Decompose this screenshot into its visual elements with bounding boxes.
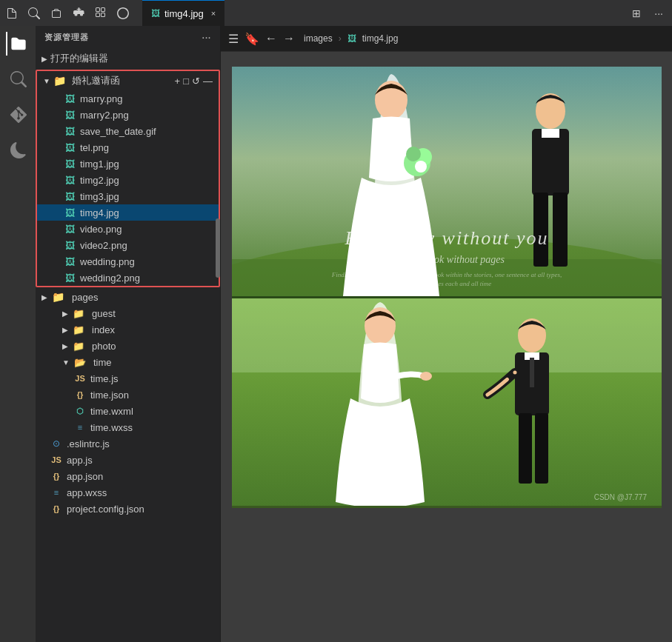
new-file-icon[interactable]	[6, 7, 18, 19]
time-label: time	[93, 357, 112, 368]
main-layout: 资源管理器 ··· ▶ 打开的编辑器 ▼ 📁 婚礼邀请函 + □ ↺	[0, 26, 672, 642]
svg-text:appearing lines each and all t: appearing lines each and all time	[402, 280, 491, 287]
svg-rect-4	[532, 129, 569, 195]
app-json-icon: {}	[50, 470, 62, 482]
titlebar: 🖼 timg4.jpg × ⊞ ···	[0, 0, 672, 26]
image-file-icon: 🖼	[64, 93, 76, 104]
time-folder-icon: 📂	[74, 357, 86, 368]
svg-text:is like a book without pages: is like a book without pages	[389, 254, 505, 265]
pages-folder[interactable]: ▶ 📁 pages	[36, 289, 220, 305]
more-actions-button[interactable]: ···	[651, 7, 666, 19]
image-file-icon: 🖼	[64, 272, 76, 284]
collapse-icon[interactable]: —	[203, 76, 213, 87]
file-app-js[interactable]: JS app.js	[36, 452, 220, 468]
file-time-js[interactable]: JS time.js	[36, 370, 220, 387]
photo-bottom: CSDN @J7.777	[232, 298, 662, 508]
image-container: Every day without you is like a book wit…	[221, 52, 672, 642]
pages-folder-icon: 📁	[52, 291, 64, 303]
image-file-icon: 🖼	[64, 207, 76, 218]
photo-folder-icon: 📁	[73, 341, 84, 352]
folder-time[interactable]: ▼ 📂 time	[36, 354, 220, 370]
image-file-icon: 🖼	[64, 223, 76, 235]
sidebar-title: 资源管理器	[44, 32, 89, 43]
sidebar-scrollbar[interactable]	[216, 218, 220, 278]
file-time-json[interactable]: {} time.json	[36, 387, 220, 403]
sidebar: 资源管理器 ··· ▶ 打开的编辑器 ▼ 📁 婚礼邀请函 + □ ↺	[36, 26, 221, 642]
split-editor-button[interactable]: ⊞	[629, 7, 644, 19]
project-folder[interactable]: ▼ 📁 婚礼邀请函 + □ ↺ —	[37, 71, 219, 90]
file-wedding-png[interactable]: 🖼 wedding.png	[37, 253, 219, 270]
js-file-icon: JS	[74, 372, 86, 384]
open-editors-section[interactable]: ▶ 打开的编辑器	[36, 49, 220, 68]
file-project-config[interactable]: {} project.config.json	[36, 501, 220, 517]
project-icons: + □ ↺ —	[175, 76, 213, 87]
photo-top: Every day without you is like a book wit…	[232, 67, 662, 298]
file-time-wxss[interactable]: ≡ time.wxss	[36, 419, 220, 435]
debug-icon[interactable]	[6, 138, 30, 162]
source-control-icon[interactable]	[50, 7, 62, 19]
layout-icon[interactable]	[95, 7, 107, 19]
forward-button[interactable]: →	[283, 32, 295, 45]
refresh-icon[interactable]: ↺	[192, 76, 200, 87]
file-time-wxml[interactable]: ⬡ time.wxml	[36, 403, 220, 419]
gif-file-icon: 🖼	[64, 125, 76, 137]
search-icon[interactable]	[28, 7, 40, 19]
breadcrumb-file: timg4.jpg	[362, 33, 399, 44]
svg-rect-24	[535, 413, 548, 484]
list-icon[interactable]: ☰	[228, 32, 239, 46]
file-tel-png[interactable]: 🖼 tel.png	[37, 139, 219, 156]
file-wedding2-png[interactable]: 🖼 wedding2.png	[37, 270, 219, 286]
editor-area: ☰ 🔖 ← → images › 🖼 timg4.jpg	[221, 26, 672, 642]
image-file-icon: 🖼	[64, 239, 76, 251]
file-marry2-png[interactable]: 🖼 marry2.png	[37, 107, 219, 123]
breadcrumb-images[interactable]: images	[304, 33, 333, 44]
file-video-png[interactable]: 🖼 video.png	[37, 221, 219, 237]
open-editors-label: 打开的编辑器	[50, 52, 108, 65]
explorer-icon[interactable]	[6, 32, 30, 56]
folder-index[interactable]: ▶ 📁 index	[36, 321, 220, 338]
tab-label: timg4.jpg	[164, 8, 204, 19]
svg-rect-23	[519, 413, 532, 484]
svg-text:Every day without you: Every day without you	[344, 227, 548, 249]
activity-bar	[0, 26, 36, 642]
sidebar-more-icon[interactable]: ···	[202, 33, 211, 42]
svg-point-26	[420, 372, 432, 381]
file-marry-png[interactable]: 🖼 marry.png	[37, 90, 219, 107]
file-timg4-jpg[interactable]: 🖼 timg4.jpg	[37, 204, 219, 221]
git-icon[interactable]	[6, 103, 30, 127]
file-app-json[interactable]: {} app.json	[36, 468, 220, 484]
folder-guest[interactable]: ▶ 📁 guest	[36, 305, 220, 321]
search-activity-icon[interactable]	[6, 67, 30, 91]
new-file-icon[interactable]: +	[175, 76, 181, 87]
svg-rect-18	[232, 298, 662, 372]
file-video2-png[interactable]: 🖼 video2.png	[37, 237, 219, 253]
wxss-file-icon: ≡	[74, 421, 86, 433]
extensions-icon[interactable]	[73, 7, 84, 19]
time-chevron: ▼	[62, 358, 70, 367]
file-eslintrc[interactable]: ⊙ .eslintrc.js	[36, 435, 220, 452]
file-timg2-jpg[interactable]: 🖼 timg2.jpg	[37, 172, 219, 188]
sidebar-header: 资源管理器 ···	[36, 26, 220, 49]
file-tree: ▶ 打开的编辑器 ▼ 📁 婚礼邀请函 + □ ↺ —	[36, 49, 220, 642]
guest-label: guest	[92, 308, 116, 319]
guest-folder-icon: 📁	[73, 308, 84, 319]
back-button[interactable]: ←	[265, 32, 277, 45]
image-file-icon: 🖼	[64, 255, 76, 267]
file-app-wxss[interactable]: ≡ app.wxss	[36, 484, 220, 501]
tab-bar: 🖼 timg4.jpg ×	[142, 0, 224, 26]
project-config-icon: {}	[50, 503, 62, 515]
folder-photo[interactable]: ▶ 📁 photo	[36, 338, 220, 354]
guest-chevron: ▶	[62, 310, 68, 318]
file-timg1-jpg[interactable]: 🖼 timg1.jpg	[37, 156, 219, 172]
deploy-icon[interactable]	[117, 7, 129, 19]
bookmark-icon[interactable]: 🔖	[244, 32, 259, 46]
svg-rect-7	[553, 193, 568, 267]
file-save-the-date-gif[interactable]: 🖼 save_the_date.gif	[37, 123, 219, 139]
tab-close-button[interactable]: ×	[211, 9, 216, 18]
file-timg3-jpg[interactable]: 🖼 timg3.jpg	[37, 188, 219, 204]
wedding-photo-top: Every day without you is like a book wit…	[232, 67, 662, 296]
wxml-file-icon: ⬡	[74, 405, 86, 417]
image-file-icon: 🖼	[64, 190, 76, 202]
new-folder-icon[interactable]: □	[183, 76, 189, 87]
tab-timg4[interactable]: 🖼 timg4.jpg ×	[142, 0, 224, 26]
